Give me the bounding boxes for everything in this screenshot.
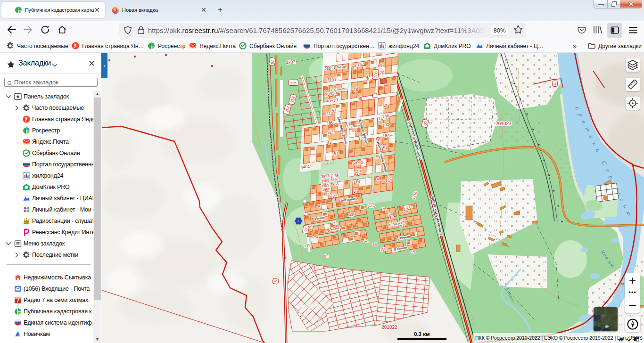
svg-text:90: 90 (358, 160, 363, 165)
svg-text:166: 166 (326, 120, 334, 125)
svg-text:114: 114 (353, 179, 361, 185)
svg-text:208: 208 (373, 71, 378, 78)
svg-text:38: 38 (357, 96, 363, 101)
svg-text:39: 39 (333, 98, 338, 103)
svg-text:151: 151 (331, 151, 339, 156)
svg-text:7: 7 (17, 298, 19, 303)
svg-text:96: 96 (352, 128, 357, 133)
svg-text:69: 69 (378, 63, 383, 68)
svg-text:201022: 201022 (381, 325, 397, 330)
svg-text:53: 53 (383, 145, 388, 150)
svg-text:102: 102 (382, 122, 389, 128)
svg-text:184: 184 (382, 133, 390, 139)
svg-text:81: 81 (331, 77, 337, 82)
svg-text:119: 119 (325, 191, 333, 197)
svg-text:40: 40 (326, 98, 331, 104)
svg-text:49: 49 (376, 176, 381, 181)
svg-text:110: 110 (326, 111, 334, 116)
svg-text:8: 8 (554, 82, 556, 86)
svg-text:42: 42 (327, 140, 332, 145)
svg-text:78: 78 (353, 87, 358, 92)
svg-text:95: 95 (352, 65, 357, 70)
svg-text:68: 68 (352, 161, 357, 166)
svg-text:115: 115 (290, 81, 297, 85)
svg-text:201023: 201023 (495, 121, 512, 126)
svg-text:121: 121 (327, 130, 334, 135)
svg-text:43: 43 (354, 171, 359, 176)
svg-text:77: 77 (327, 77, 332, 82)
svg-text:148: 148 (382, 114, 389, 119)
svg-text:62: 62 (382, 103, 388, 108)
